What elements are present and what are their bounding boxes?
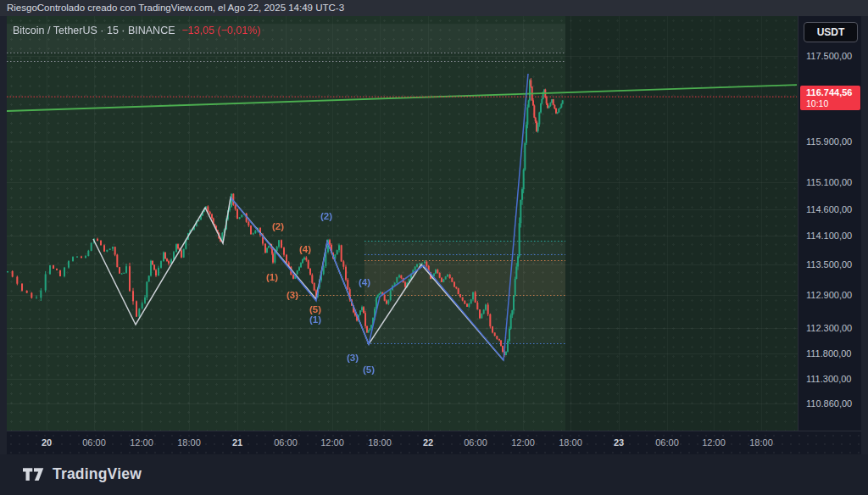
elliott-wave-label[interactable]: (2) xyxy=(272,221,284,231)
time-axis-label: 18:00 xyxy=(177,437,201,448)
price-axis-label: 111.300,00 xyxy=(806,374,851,384)
chart-pane[interactable]: Bitcoin / TetherUS · 15 · BINANCE−13,05 … xyxy=(7,16,798,431)
elliott-wave-label[interactable]: (4) xyxy=(299,244,311,254)
price-axis-label: 110.860,00 xyxy=(806,398,852,409)
last-price-value: 116.744,56 xyxy=(806,87,860,98)
tradingview-logo-text: TradingView xyxy=(53,465,142,483)
time-axis-label: 18:00 xyxy=(749,437,773,448)
time-axis-label: 06:00 xyxy=(82,437,106,448)
elliott-wave-label[interactable]: (3) xyxy=(347,353,359,363)
time-axis-label: 20 xyxy=(42,437,52,448)
elliott-wave-label[interactable]: (2) xyxy=(320,211,332,221)
bar-countdown: 10:10 xyxy=(806,98,860,108)
elliott-wave-label[interactable]: (5) xyxy=(309,304,321,314)
currency-toggle-button[interactable]: USDT xyxy=(804,22,858,42)
chart-canvas[interactable] xyxy=(7,16,798,431)
time-axis-label: 12:00 xyxy=(320,437,344,448)
time-axis-label: 06:00 xyxy=(655,437,679,448)
time-axis-label: 06:00 xyxy=(274,437,298,448)
footer-bar: TradingView xyxy=(0,454,868,495)
price-axis-label: 114.100,00 xyxy=(806,231,852,241)
time-axis-label: 12:00 xyxy=(511,437,535,448)
price-axis-label: 113.500,00 xyxy=(806,259,852,270)
price-axis-label: 112.300,00 xyxy=(806,323,852,333)
tradingview-logo[interactable]: TradingView xyxy=(23,465,142,483)
symbol-change-text: −13,05 (−0,01%) xyxy=(182,25,261,36)
elliott-wave-label[interactable]: (1) xyxy=(309,314,321,325)
sharing-header-text: RiesgoControlado creado con TradingView.… xyxy=(0,0,868,16)
last-price-label: 116.744,56 10:10 xyxy=(800,86,860,110)
price-axis-label: 115.900,00 xyxy=(806,136,852,147)
elliott-wave-label[interactable]: (1) xyxy=(266,272,278,282)
time-axis-label: 12:00 xyxy=(702,437,726,448)
tradingview-logo-icon xyxy=(23,467,45,482)
price-axis-label: 115.100,00 xyxy=(806,177,852,187)
time-axis-label: 22 xyxy=(423,437,433,448)
tradingview-chart-window: RiesgoControlado creado con TradingView.… xyxy=(0,0,868,495)
time-axis-label: 23 xyxy=(614,437,624,448)
symbol-legend[interactable]: Bitcoin / TetherUS · 15 · BINANCE−13,05 … xyxy=(13,25,261,36)
symbol-legend-text[interactable]: Bitcoin / TetherUS · 15 · BINANCE xyxy=(13,25,175,36)
time-axis-label: 18:00 xyxy=(559,437,582,448)
time-axis-label: 21 xyxy=(232,437,242,448)
time-axis-label: 18:00 xyxy=(368,437,392,448)
price-axis-label: 112.900,00 xyxy=(806,290,852,300)
price-axis-label: 111.800,00 xyxy=(806,348,851,359)
price-axis[interactable]: USDT 117.500,00115.900,00115.100,00114.6… xyxy=(798,16,861,431)
elliott-wave-label[interactable]: (5) xyxy=(363,364,375,375)
time-axis-label: 12:00 xyxy=(130,437,153,448)
elliott-wave-label[interactable]: (4) xyxy=(359,277,370,287)
price-axis-label: 117.500,00 xyxy=(806,51,852,61)
time-axis-label: 06:00 xyxy=(464,437,487,448)
price-axis-label: 114.600,00 xyxy=(806,204,852,214)
time-axis[interactable]: 2006:0012:0018:002106:0012:0018:002206:0… xyxy=(7,431,861,454)
elliott-wave-label[interactable]: (3) xyxy=(287,290,298,300)
